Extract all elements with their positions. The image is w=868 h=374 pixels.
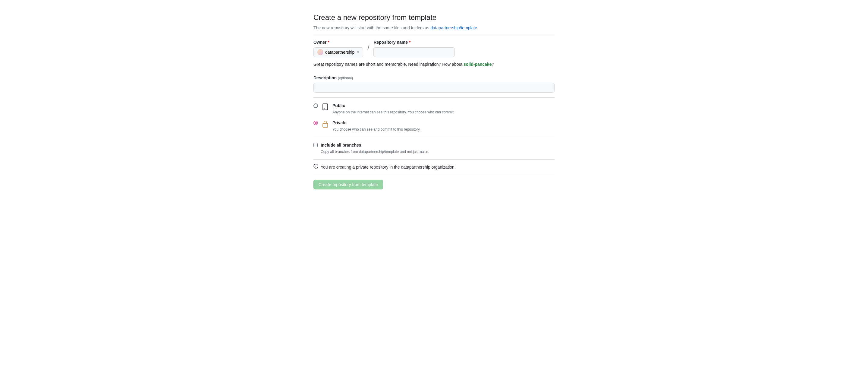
name-hint: Great repository names are short and mem… — [313, 61, 555, 67]
include-branches-label: Include all branches — [321, 142, 361, 148]
private-desc: You choose who can see and commit to thi… — [333, 127, 555, 132]
info-message-row: You are creating a private repository in… — [313, 160, 555, 175]
public-title: Public — [333, 103, 555, 109]
svg-rect-1 — [323, 123, 328, 127]
required-asterisk: * — [409, 40, 410, 45]
visibility-private-option[interactable]: Private You choose who can see and commi… — [313, 120, 555, 132]
optional-text: (optional) — [338, 76, 353, 80]
template-link[interactable]: datapartnership/template — [430, 25, 477, 30]
subtitle-prefix: The new repository will start with the s… — [313, 25, 430, 30]
info-icon — [313, 164, 318, 170]
create-repo-button[interactable]: Create repository from template — [313, 180, 383, 190]
slash-separator: / — [367, 43, 369, 53]
private-title: Private — [333, 120, 555, 126]
visibility-public-option[interactable]: Public Anyone on the internet can see th… — [313, 103, 555, 115]
page-subtitle: The new repository will start with the s… — [313, 25, 555, 31]
owner-label: Owner * — [313, 39, 363, 46]
divider — [313, 175, 555, 175]
public-desc: Anyone on the internet can see this repo… — [333, 110, 555, 115]
info-message-text: You are creating a private repository in… — [321, 164, 456, 170]
include-branches-checkbox[interactable] — [313, 143, 318, 147]
include-branches-option[interactable]: Include all branches — [313, 142, 555, 148]
owner-avatar-icon — [317, 49, 323, 55]
owner-select-button[interactable]: datapartnership — [313, 47, 363, 57]
repo-name-label: Repository name * — [373, 39, 455, 46]
radio-public[interactable] — [313, 104, 318, 108]
repo-icon — [321, 103, 330, 111]
main-branch-name: main — [420, 150, 428, 154]
page-title: Create a new repository from template — [313, 12, 555, 23]
radio-private[interactable] — [313, 121, 318, 125]
svg-rect-0 — [323, 104, 328, 109]
required-asterisk: * — [328, 40, 329, 45]
svg-point-4 — [315, 165, 316, 166]
subtitle-suffix: . — [477, 25, 478, 30]
lock-icon — [321, 120, 330, 128]
caret-down-icon — [357, 52, 359, 53]
description-input[interactable] — [313, 83, 555, 93]
owner-value: datapartnership — [325, 50, 354, 55]
repo-name-input[interactable] — [373, 47, 455, 57]
name-suggestion[interactable]: solid-pancake — [464, 62, 492, 67]
description-label: Description (optional) — [313, 76, 353, 80]
include-branches-desc: Copy all branches from datapartnership/t… — [321, 149, 555, 154]
